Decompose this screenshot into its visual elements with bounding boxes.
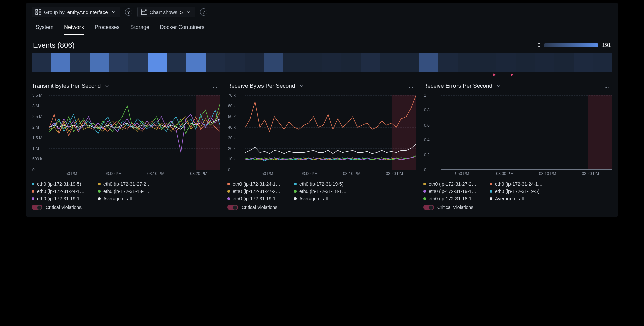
chevron-down-icon[interactable] [496,83,502,89]
legend-item[interactable]: eth0 (ip-172-31-18-1… [98,189,158,194]
chart-toolbar: Group by entityAndInterface ? Chart show… [32,7,612,17]
events-heatmap[interactable]: ▶ ▶ [32,53,612,72]
legend-label: eth0 (ip-172-31-19-1… [233,196,280,201]
events-scale-bar [544,43,598,47]
legend-item[interactable]: eth0 (ip-172-31-19-1… [423,189,484,194]
legend-item[interactable]: eth0 (ip-172-31-19-1… [227,196,288,201]
heatmap-cell[interactable] [380,53,399,72]
legend-item[interactable]: eth0 (ip-172-31-19-5) [32,181,92,187]
heatmap-cell[interactable] [593,53,612,72]
chart-shows-selector[interactable]: Chart shows 5 [137,7,196,17]
legend-item[interactable]: eth0 (ip-172-31-27-2… [423,181,484,187]
heatmap-cell[interactable] [51,53,70,72]
heatmap-cell[interactable] [574,53,593,72]
flat-series-line [441,169,612,170]
legend-color-dot [490,190,492,193]
toggle-switch[interactable] [423,205,434,210]
legend-item[interactable]: Average of all [294,196,354,201]
heatmap-cell[interactable] [70,53,90,72]
legend-item[interactable]: eth0 (ip-172-31-18-1… [423,196,484,201]
legend-item[interactable]: eth0 (ip-172-31-19-1… [32,196,92,201]
heatmap-cell[interactable] [283,53,303,72]
legend-item[interactable]: eth0 (ip-172-31-18-1… [294,189,354,194]
critical-violation-band [588,95,612,170]
heatmap-cell[interactable] [148,53,167,72]
legend-color-dot [32,183,34,185]
critical-violations-toggle[interactable]: Critical Violations [423,205,612,210]
tab-storage[interactable]: Storage [130,21,149,35]
legend-item[interactable]: eth0 (ip-172-31-27-2… [227,189,288,194]
heatmap-cell[interactable] [32,53,51,72]
heatmap-cell[interactable] [90,53,109,72]
heatmap-cell[interactable] [399,53,419,72]
group-by-selector[interactable]: Group by entityAndInterface [32,7,120,17]
legend-item[interactable]: Average of all [490,196,550,201]
heatmap-cell[interactable] [186,53,206,72]
chart-plot[interactable]: 10.80.60.40.20!:50 PM03:00 PM03:10 PM03:… [423,93,612,177]
chart-menu-icon[interactable]: … [406,82,417,90]
tab-processes[interactable]: Processes [95,21,120,35]
tab-docker-containers[interactable]: Docker Containers [160,21,205,35]
tab-system[interactable]: System [36,21,53,35]
heatmap-cell[interactable] [128,53,148,72]
heatmap-cell[interactable] [264,53,283,72]
legend-color-dot [32,190,34,193]
y-tick-label: 0 [32,168,35,172]
heatmap-cell[interactable] [419,53,438,72]
legend-item[interactable]: eth0 (ip-172-31-24-1… [32,189,92,194]
legend-item[interactable]: eth0 (ip-172-31-24-1… [227,181,288,187]
heatmap-cell[interactable] [535,53,554,72]
heatmap-cell[interactable] [341,53,361,72]
heatmap-cell[interactable] [167,53,186,72]
legend-item[interactable]: eth0 (ip-172-31-24-1… [490,181,550,187]
legend-label: eth0 (ip-172-31-18-1… [429,196,476,201]
toggle-switch[interactable] [227,205,238,210]
legend-color-dot [423,183,426,185]
legend-color-dot [490,183,492,185]
chart-panel: Receive Bytes Per Second …70 k60 k50 k40… [227,82,417,210]
heatmap-cell[interactable] [361,53,380,72]
y-tick-label: 0 [228,168,230,172]
x-axis: !:50 PM03:00 PM03:10 PM03:20 PM [441,171,612,178]
events-title: Events (806) [33,41,75,50]
tab-network[interactable]: Network [64,21,84,35]
chevron-down-icon[interactable] [104,83,110,89]
legend-color-dot [423,190,426,193]
critical-violations-toggle[interactable]: Critical Violations [32,205,221,210]
chart-menu-icon[interactable]: … [602,82,612,90]
legend-item[interactable]: eth0 (ip-172-31-19-5) [490,189,550,194]
heatmap-cell[interactable] [303,53,322,72]
y-tick-label: 500 k [32,157,42,161]
svg-rect-0 [36,9,38,11]
svg-rect-2 [36,13,38,15]
legend-item[interactable]: Average of all [98,196,158,201]
heatmap-cell[interactable] [322,53,341,72]
heatmap-cell[interactable] [458,53,477,72]
heatmap-cell[interactable] [438,53,458,72]
legend-label: eth0 (ip-172-31-19-5) [37,181,81,187]
critical-violations-toggle[interactable]: Critical Violations [227,205,417,210]
chart-shows-value: 5 [180,9,183,15]
chevron-down-icon[interactable] [299,83,305,89]
help-icon[interactable]: ? [200,8,207,16]
legend-item[interactable]: eth0 (ip-172-31-19-5) [294,181,354,187]
heatmap-cell[interactable] [245,53,264,72]
help-icon[interactable]: ? [125,8,132,16]
heatmap-cell[interactable] [554,53,574,72]
chart-menu-icon[interactable]: … [210,82,221,90]
y-tick-label: 1.5 M [32,136,42,140]
chart-plot[interactable]: 70 k60 k50 k40 k30 k20 k10 k0!:50 PM03:0… [227,93,417,177]
chart-plot[interactable]: 3.5 M3 M2.5 M2 M1.5 M1 M500 k0!:50 PM03:… [32,93,221,177]
chevron-down-icon [185,9,192,15]
y-tick-label: 30 k [228,136,236,140]
toggle-switch[interactable] [32,205,42,210]
heatmap-cell[interactable] [477,53,496,72]
x-tick-label: 03:10 PM [330,171,373,178]
legend-item[interactable]: eth0 (ip-172-31-27-2… [98,181,158,187]
heatmap-cell[interactable] [109,53,128,72]
heatmap-cell[interactable] [496,53,516,72]
heatmap-cell[interactable] [206,53,225,72]
legend-label: eth0 (ip-172-31-24-1… [37,189,85,194]
heatmap-cell[interactable] [516,53,535,72]
heatmap-cell[interactable] [225,53,245,72]
